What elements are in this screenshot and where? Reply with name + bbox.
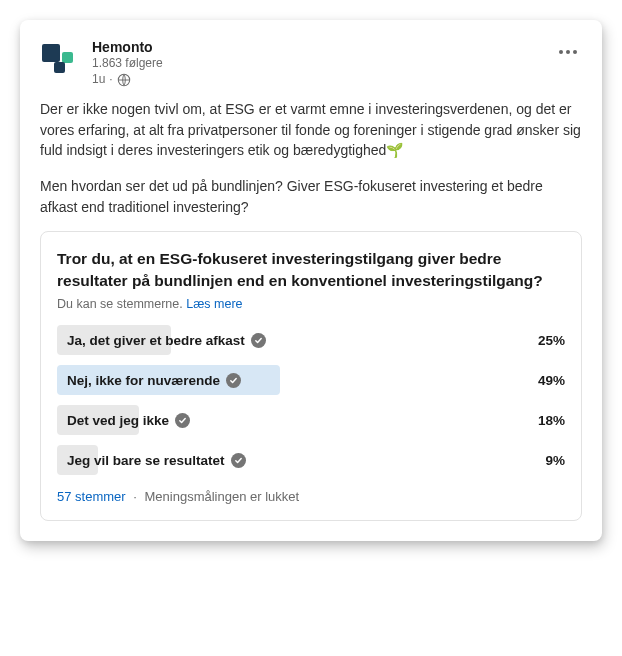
poll-read-more-link[interactable]: Læs mere [186,297,242,311]
poll-option-label: Ja, det giver et bedre afkast [57,333,266,348]
poll-option-percentage: 25% [525,333,565,348]
poll-option-percentage: 49% [525,373,565,388]
poll-bar-wrap: Det ved jeg ikke [57,405,513,435]
poll-option-label: Jeg vil bare se resultatet [57,453,246,468]
svg-point-3 [573,50,577,54]
poll-bar-wrap: Jeg vil bare se resultatet [57,445,513,475]
post-time: 1u [92,72,105,88]
poll-option-text: Ja, det giver et bedre afkast [67,333,245,348]
svg-point-2 [566,50,570,54]
post-header: Hemonto 1.863 følgere 1u · [40,38,582,87]
author-name[interactable]: Hemonto [92,38,544,56]
poll-option-text: Nej, ikke for nuværende [67,373,220,388]
poll-option[interactable]: Nej, ikke for nuværende49% [57,365,565,395]
post-card: Hemonto 1.863 følgere 1u · Der er ikke n… [20,20,602,541]
footer-separator: · [133,489,137,504]
poll-options-list: Ja, det giver et bedre afkast25%Nej, ikk… [57,325,565,475]
poll-question: Tror du, at en ESG-fokuseret investering… [57,248,565,291]
poll-bar-wrap: Nej, ikke for nuværende [57,365,513,395]
time-separator: · [109,72,112,88]
author-avatar[interactable] [40,38,82,80]
poll-subtext-row: Du kan se stemmerne. Læs mere [57,297,565,311]
poll-option-label: Det ved jeg ikke [57,413,190,428]
post-paragraph-2: Men hvordan ser det ud på bundlinjen? Gi… [40,176,582,217]
poll-footer: 57 stemmer · Meningsmålingen er lukket [57,489,565,504]
check-icon [226,373,241,388]
post-menu-button[interactable] [554,38,582,66]
poll-bar-wrap: Ja, det giver et bedre afkast [57,325,513,355]
author-info: Hemonto 1.863 følgere 1u · [92,38,544,87]
svg-point-1 [559,50,563,54]
check-icon [231,453,246,468]
poll-votes-count[interactable]: 57 stemmer [57,489,126,504]
check-icon [175,413,190,428]
post-paragraph-1: Der er ikke nogen tvivl om, at ESG er et… [40,99,582,160]
poll-option-text: Jeg vil bare se resultatet [67,453,225,468]
poll-option-text: Det ved jeg ikke [67,413,169,428]
poll-option-label: Nej, ikke for nuværende [57,373,241,388]
post-time-row: 1u · [92,72,544,88]
poll-closed-label: Meningsmålingen er lukket [145,489,300,504]
check-icon [251,333,266,348]
poll-option[interactable]: Ja, det giver et bedre afkast25% [57,325,565,355]
poll-option[interactable]: Jeg vil bare se resultatet9% [57,445,565,475]
poll-option-percentage: 9% [525,453,565,468]
poll-option[interactable]: Det ved jeg ikke18% [57,405,565,435]
followers-count: 1.863 følgere [92,56,544,72]
poll-option-percentage: 18% [525,413,565,428]
globe-icon [117,73,131,87]
post-body: Der er ikke nogen tvivl om, at ESG er et… [40,99,582,216]
poll-container: Tror du, at en ESG-fokuseret investering… [40,231,582,521]
poll-subtext: Du kan se stemmerne. [57,297,183,311]
